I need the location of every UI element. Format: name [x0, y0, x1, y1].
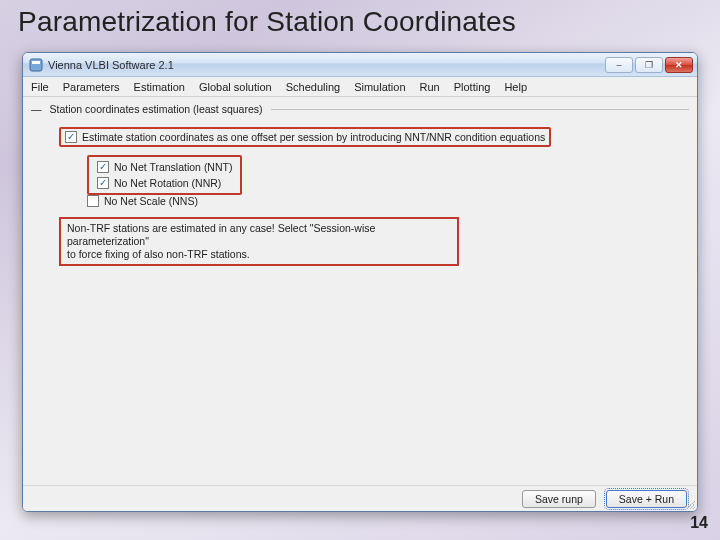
svg-rect-0 [30, 59, 42, 71]
maximize-button[interactable]: ❐ [635, 57, 663, 73]
highlight-note: Non-TRF stations are estimated in any ca… [59, 217, 459, 266]
window-title: Vienna VLBI Software 2.1 [48, 59, 600, 71]
checkbox-icon [87, 195, 99, 207]
menu-help[interactable]: Help [497, 79, 534, 95]
group-title-text: Station coordinates estimation (least sq… [50, 103, 263, 115]
menu-plotting[interactable]: Plotting [447, 79, 498, 95]
nns-checkbox[interactable]: No Net Scale (NNS) [87, 195, 198, 207]
note-line2: to force fixing of also non-TRF stations… [67, 248, 451, 261]
checkbox-icon [65, 131, 77, 143]
estimate-checkbox[interactable]: Estimate station coordinates as one offs… [65, 131, 545, 143]
app-window: Vienna VLBI Software 2.1 – ❐ ✕ File Para… [22, 52, 698, 512]
menubar: File Parameters Estimation Global soluti… [23, 77, 697, 97]
group-title: — Station coordinates estimation (least … [31, 103, 689, 115]
menu-parameters[interactable]: Parameters [56, 79, 127, 95]
menu-run[interactable]: Run [413, 79, 447, 95]
checkbox-icon [97, 161, 109, 173]
highlight-nnt-nnr: No Net Translation (NNT) No Net Rotation… [87, 155, 242, 195]
slide-title: Parametrization for Station Coordinates [0, 0, 720, 42]
nnt-label: No Net Translation (NNT) [114, 161, 232, 173]
menu-scheduling[interactable]: Scheduling [279, 79, 347, 95]
window-controls: – ❐ ✕ [605, 57, 693, 73]
menu-simulation[interactable]: Simulation [347, 79, 412, 95]
estimate-label: Estimate station coordinates as one offs… [82, 131, 545, 143]
svg-rect-1 [32, 61, 40, 64]
nnt-checkbox[interactable]: No Net Translation (NNT) [97, 161, 232, 173]
minimize-button[interactable]: – [605, 57, 633, 73]
highlight-estimate: Estimate station coordinates as one offs… [59, 127, 551, 147]
checkbox-icon [97, 177, 109, 189]
titlebar: Vienna VLBI Software 2.1 – ❐ ✕ [23, 53, 697, 77]
slide-number: 14 [690, 514, 708, 532]
app-icon [29, 58, 43, 72]
nnr-label: No Net Rotation (NNR) [114, 177, 221, 189]
resize-grip-icon[interactable] [685, 499, 695, 509]
menu-global-solution[interactable]: Global solution [192, 79, 279, 95]
window-body: — Station coordinates estimation (least … [23, 97, 697, 511]
menu-estimation[interactable]: Estimation [127, 79, 192, 95]
note-line1: Non-TRF stations are estimated in any ca… [67, 222, 451, 248]
menu-file[interactable]: File [27, 79, 56, 95]
nnr-checkbox[interactable]: No Net Rotation (NNR) [97, 177, 221, 189]
save-runp-button[interactable]: Save runp [522, 490, 596, 508]
nns-label: No Net Scale (NNS) [104, 195, 198, 207]
close-button[interactable]: ✕ [665, 57, 693, 73]
save-run-button[interactable]: Save + Run [606, 490, 687, 508]
footer-bar: Save runp Save + Run [23, 485, 697, 511]
